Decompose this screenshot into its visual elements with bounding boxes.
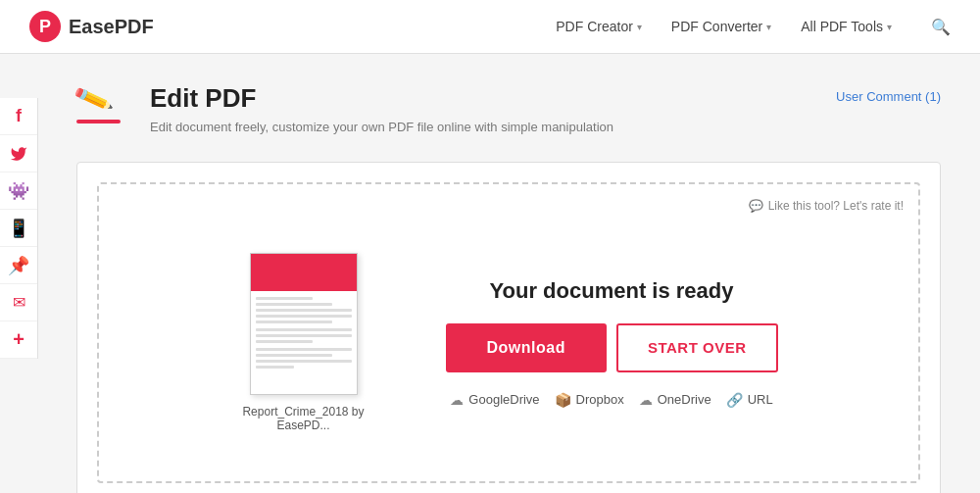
thumb-line	[256, 320, 332, 323]
email-icon[interactable]: ✉	[0, 284, 37, 321]
twitter-icon[interactable]	[0, 135, 37, 173]
page-title: Edit PDF	[150, 83, 816, 114]
nav-pdf-converter[interactable]: PDF Converter ▾	[671, 19, 771, 34]
thumb-line	[256, 360, 352, 363]
thumb-line	[256, 309, 352, 312]
doc-thumbnail	[250, 253, 358, 395]
more-icon[interactable]: +	[0, 321, 37, 359]
header: P EasePDF PDF Creator ▾ PDF Converter ▾ …	[0, 0, 980, 54]
whatsapp-icon[interactable]: 📱	[0, 210, 37, 247]
onedrive-icon: ☁	[639, 392, 653, 408]
nav-all-pdf-tools[interactable]: All PDF Tools ▾	[801, 19, 892, 34]
action-buttons: Download START OVER	[446, 323, 778, 372]
doc-thumb-red-header	[251, 254, 357, 291]
thumb-line	[256, 354, 332, 357]
googledrive-icon: ☁	[450, 392, 464, 408]
thumb-line	[256, 348, 352, 351]
pinterest-icon[interactable]: 📌	[0, 247, 37, 284]
search-icon[interactable]: 🔍	[931, 18, 951, 36]
url-icon: 🔗	[726, 392, 743, 408]
reddit-icon[interactable]: 👾	[0, 173, 37, 210]
tool-container: 💬 Like this tool? Let's rate it!	[76, 162, 941, 493]
svg-text:P: P	[39, 17, 51, 36]
tool-inner: 💬 Like this tool? Let's rate it!	[97, 182, 920, 483]
facebook-icon[interactable]: f	[0, 98, 37, 135]
thumb-line	[256, 366, 294, 369]
doc-thumb-content	[251, 291, 357, 377]
thumb-line	[256, 334, 352, 337]
doc-preview: Report_Crime_2018 by EasePD...	[240, 253, 368, 432]
social-sidebar: f 👾 📱 📌 ✉ +	[0, 98, 38, 359]
thumb-line	[256, 315, 352, 318]
chevron-down-icon: ▾	[887, 22, 892, 32]
logo-icon: P	[29, 11, 61, 42]
thumb-line	[256, 328, 352, 331]
doc-ready-area: Report_Crime_2018 by EasePD... Your docu…	[128, 214, 889, 452]
thumb-line	[256, 340, 314, 343]
logo-text: EasePDF	[69, 16, 154, 38]
user-comment-link[interactable]: User Comment (1)	[836, 89, 941, 104]
save-options: ☁ GoogleDrive 📦 Dropbox ☁ OneDrive 🔗	[450, 392, 772, 408]
page-header: ✏️ Edit PDF Edit document freely, custom…	[76, 83, 941, 137]
rate-link[interactable]: 💬 Like this tool? Let's rate it!	[749, 199, 904, 213]
doc-actions: Your document is ready Download START OV…	[446, 278, 778, 408]
main-nav: PDF Creator ▾ PDF Converter ▾ All PDF To…	[556, 18, 951, 36]
dropbox-icon: 📦	[555, 392, 571, 408]
edit-pdf-icon: ✏️	[76, 83, 130, 137]
start-over-button[interactable]: START OVER	[616, 323, 778, 372]
thumb-line	[256, 297, 314, 300]
main-content: ✏️ Edit PDF Edit document freely, custom…	[37, 54, 980, 493]
save-onedrive[interactable]: ☁ OneDrive	[639, 392, 711, 408]
doc-filename: Report_Crime_2018 by EasePD...	[240, 405, 368, 432]
logo[interactable]: P EasePDF	[29, 11, 154, 42]
chevron-down-icon: ▾	[637, 22, 642, 32]
save-dropbox[interactable]: 📦 Dropbox	[555, 392, 624, 408]
nav-pdf-creator[interactable]: PDF Creator ▾	[556, 19, 642, 34]
thumb-line	[256, 303, 332, 306]
chat-icon: 💬	[749, 199, 763, 213]
save-url[interactable]: 🔗 URL	[726, 392, 773, 408]
page-subtitle: Edit document freely, customize your own…	[150, 120, 816, 134]
chevron-down-icon: ▾	[766, 22, 771, 32]
download-button[interactable]: Download	[446, 323, 607, 372]
doc-ready-title: Your document is ready	[490, 278, 734, 304]
save-googledrive[interactable]: ☁ GoogleDrive	[450, 392, 539, 408]
page-title-block: Edit PDF Edit document freely, customize…	[150, 83, 816, 134]
